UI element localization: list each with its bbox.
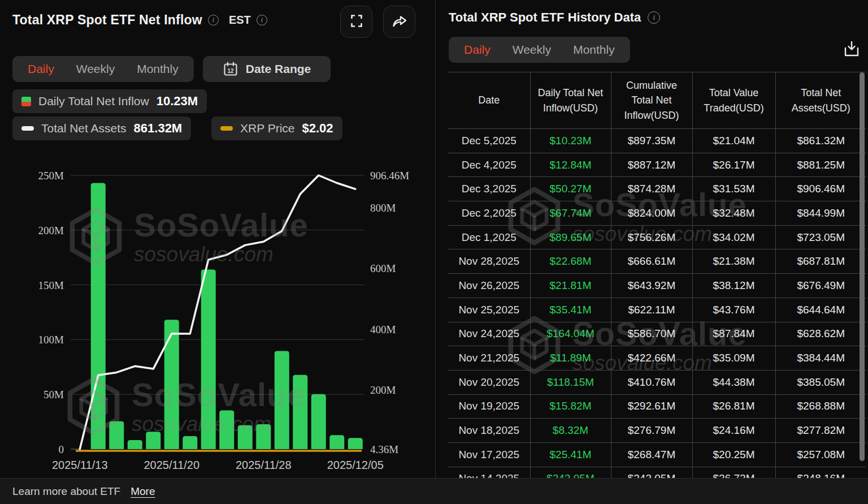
inflow-bar [256,424,271,449]
title-info-icon[interactable]: i [208,15,219,25]
right-axis-tick: 200M [370,384,396,396]
left-axis-tick: 50M [44,389,64,400]
table-cell: $21.81M [530,274,611,298]
table-row: Dec 4,2025$12.84M$887.12M$26.17M$881.25M [448,153,866,177]
date-range-button[interactable]: 12 Date Range [203,56,331,82]
x-axis-tick: 2025/12/05 [327,459,384,471]
inflow-bar [128,440,142,449]
table-cell: $276.79M [611,419,692,443]
table-cell: $35.09M [692,346,775,371]
left-axis-tick: 150M [38,279,64,291]
table-cell: $861.32M [775,129,866,153]
table-row: Dec 1,2025$89.65M$756.26M$34.02M$723.05M [448,225,866,249]
table-cell: $628.62M [775,322,866,346]
column-header: Total Net Assets(USD) [775,72,866,129]
table-cell: $268.88M [775,394,866,419]
table-cell: $874.28M [611,177,692,201]
legend-total-net-assets[interactable]: Total Net Assets 861.32M [12,117,191,140]
table-cell: $164.04M [530,322,611,346]
inflow-bar [109,421,124,449]
table-cell: $243.05M [611,467,692,478]
left-axis-tick: 200M [38,225,64,236]
legend-label: XRP Price [240,122,294,135]
table-cell: $10.23M [530,129,611,153]
tab-daily[interactable]: Daily [464,43,491,57]
table-cell: $422.66M [611,346,692,371]
table-cell: $824.00M [611,201,692,226]
table-cell: $34.02M [692,225,775,249]
table-cell: $20.25M [692,442,775,467]
legend-value: 10.23M [157,94,198,109]
tab-weekly[interactable]: Weekly [76,62,115,76]
table-cell: $666.61M [611,249,692,274]
table-cell: $87.84M [692,322,775,346]
table-cell: $385.05M [775,370,866,394]
yellow-dash-icon [220,126,233,131]
table-cell: $243.05M [530,467,611,478]
table-cell: Nov 20,2025 [448,370,530,394]
table-row: Nov 26,2025$21.81M$643.92M$38.12M$676.49… [448,274,866,298]
history-period-tabs: DailyWeeklyMonthly [449,37,630,63]
table-cell: Nov 25,2025 [448,298,530,322]
right-axis-tick: 600M [370,262,396,274]
table-row: Nov 21,2025$11.89M$422.66M$35.09M$384.44… [448,346,866,371]
inflow-chart: 250M200M150M100M50M0906.46M800M600M400M2… [0,157,434,477]
table-header: DateDaily Total Net Inflow(USD)Cumulativ… [448,72,866,129]
table-cell: $118.15M [530,370,611,394]
table-cell: $11.89M [530,346,611,371]
history-table-container[interactable]: DateDaily Total Net Inflow(USD)Cumulativ… [448,72,866,478]
page-title: Total XRP Spot ETF Net Inflow [12,12,202,28]
timezone-info-icon[interactable]: i [257,15,267,25]
inflow-bar [238,425,253,449]
legend-xrp-price[interactable]: XRP Price $2.02 [211,117,342,140]
panel-divider [435,0,436,478]
table-cell: Nov 21,2025 [448,346,530,371]
table-cell: $643.92M [611,274,692,298]
date-range-label: Date Range [246,62,311,76]
net-inflow-panel: Total XRP Spot ETF Net Inflow i EST i Da… [0,0,435,478]
download-button[interactable] [841,40,862,61]
right-axis-tick: 906.46M [370,170,409,182]
table-cell: $277.82M [775,419,866,443]
table-cell: $268.47M [611,442,692,467]
table-cell: $723.05M [775,225,866,249]
table-cell: $35.41M [530,298,611,322]
share-button[interactable] [383,6,415,38]
inflow-bar [275,351,289,449]
table-cell: $756.26M [611,225,692,249]
tab-monthly[interactable]: Monthly [573,43,615,57]
column-header: Cumulative Total Net Inflow(USD) [611,72,692,129]
history-data-header: Total XRP Spot ETF History Data i [449,10,660,25]
table-cell: $257.08M [775,442,866,467]
tab-monthly[interactable]: Monthly [137,62,179,76]
table-cell: $410.76M [611,370,692,394]
history-data-title: Total XRP Spot ETF History Data [449,10,641,25]
fullscreen-button[interactable] [340,6,372,38]
right-axis-tick: 800M [370,202,396,214]
table-row: Nov 28,2025$22.68M$666.61M$21.38M$687.81… [448,249,866,274]
table-scrollbar[interactable] [860,72,865,461]
net-inflow-header: Total XRP Spot ETF Net Inflow i EST i [12,12,267,28]
fullscreen-icon [349,14,364,31]
column-header: Daily Total Net Inflow(USD) [530,72,611,129]
history-info-icon[interactable]: i [648,11,660,24]
table-cell: $15.82M [530,394,611,419]
legend-daily-total-net-inflow[interactable]: Daily Total Net Inflow 10.23M [12,89,207,113]
table-cell: Nov 14,2025 [448,467,530,478]
tab-weekly[interactable]: Weekly [513,43,551,57]
table-cell: $292.61M [611,394,692,419]
table-cell: $897.35M [611,129,692,153]
table-cell: $21.38M [692,249,775,274]
legend-value: $2.02 [302,121,333,136]
table-cell: $22.68M [530,249,611,274]
left-axis-tick: 0 [59,443,64,455]
history-table-body: Dec 5,2025$10.23M$897.35M$21.04M$861.32M… [448,129,866,479]
tab-daily[interactable]: Daily [28,62,54,76]
footer-more-link[interactable]: More [131,485,155,498]
left-axis-tick: 250M [38,170,64,182]
table-cell: $622.11M [611,298,692,322]
x-axis-tick: 2025/11/13 [52,459,108,471]
table-row: Dec 3,2025$50.27M$874.28M$31.53M$906.46M [448,177,866,201]
table-row: Nov 24,2025$164.04M$586.70M$87.84M$628.6… [448,322,866,346]
table-cell: Nov 26,2025 [448,274,530,298]
